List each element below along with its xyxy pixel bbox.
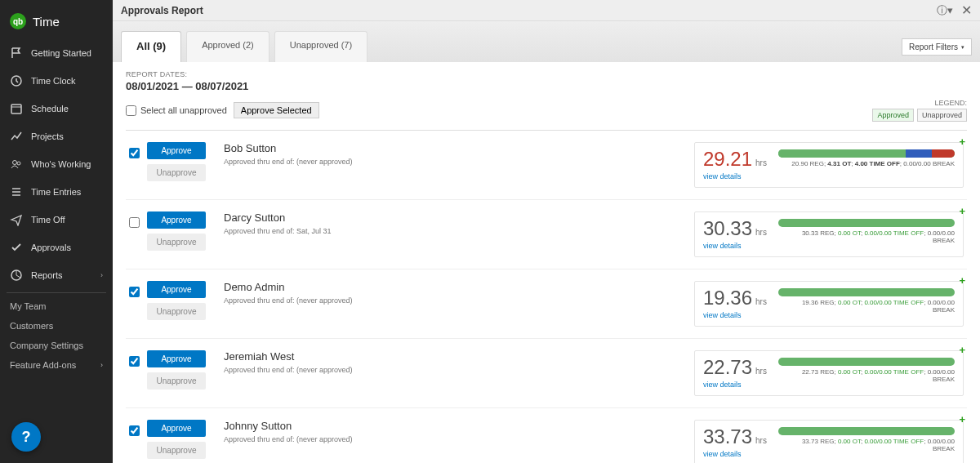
add-icon[interactable]: + <box>959 205 965 217</box>
hours-bar <box>778 288 955 296</box>
brand-logo-icon: qb <box>10 13 26 29</box>
unapprove-button[interactable]: Unapprove <box>147 234 206 251</box>
flag-icon <box>10 47 23 60</box>
row-checkbox[interactable] <box>129 217 140 228</box>
report-filters-button[interactable]: Report Filters▾ <box>902 38 972 56</box>
trend-icon <box>10 130 23 143</box>
add-icon[interactable]: + <box>959 274 965 287</box>
approval-status: Approved thru end of: (never approved) <box>224 158 694 166</box>
total-hours: 30.33 <box>703 217 752 240</box>
sidebar-item-label: Schedule <box>31 104 69 114</box>
titlebar: Approvals Report ⓘ▾ ✕ <box>113 0 980 21</box>
secondary-link-customers[interactable]: Customers <box>0 316 113 336</box>
check-icon <box>10 241 23 254</box>
hours-breakdown: 22.73 REG; 0.00 OT; 0.00/0.00 TIME OFF; … <box>778 368 955 383</box>
approval-row: ApproveUnapproveJeremiah WestApproved th… <box>126 339 967 408</box>
sidebar-item-label: Approvals <box>31 243 71 252</box>
total-hours: 19.36 <box>703 287 752 309</box>
person-name: Jeremiah West <box>224 350 694 363</box>
hours-bar <box>778 149 955 158</box>
approve-selected-button[interactable]: Approve Selected <box>234 102 319 118</box>
main-panel: Approvals Report ⓘ▾ ✕ All (9)Approved (2… <box>113 0 980 463</box>
hours-summary: 29.21hrsview details20.90 REG; 4.31 OT; … <box>694 142 964 188</box>
close-icon[interactable]: ✕ <box>961 2 972 18</box>
unapprove-button[interactable]: Unapprove <box>147 164 206 181</box>
secondary-link-my-team[interactable]: My Team <box>0 296 113 316</box>
person-name: Darcy Sutton <box>224 211 694 224</box>
sidebar-separator <box>7 292 106 293</box>
approve-button[interactable]: Approve <box>147 420 206 437</box>
total-hours: 29.21 <box>703 148 752 171</box>
approve-button[interactable]: Approve <box>147 211 206 229</box>
person-name: Bob Sutton <box>224 142 694 154</box>
tab-unapproved[interactable]: Unapproved (7) <box>274 31 368 62</box>
tab-all[interactable]: All (9) <box>121 31 181 62</box>
chevron-down-icon: ▾ <box>961 44 964 51</box>
hours-summary: 22.73hrsview details22.73 REG; 0.00 OT; … <box>694 350 964 396</box>
chevron-right-icon: › <box>100 271 103 279</box>
report-dates-label: REPORT DATES: <box>126 70 967 78</box>
row-checkbox[interactable] <box>129 148 140 158</box>
legend-unapproved: Unapproved <box>917 109 967 122</box>
sidebar-item-time-clock[interactable]: Time Clock <box>0 67 113 95</box>
secondary-link-feature-add-ons[interactable]: Feature Add-ons› <box>0 355 113 375</box>
help-fab-button[interactable]: ? <box>11 422 41 452</box>
tab-approved[interactable]: Approved (2) <box>186 31 270 62</box>
approval-rows: ApproveUnapproveBob SuttonApproved thru … <box>126 131 967 463</box>
approve-button[interactable]: Approve <box>147 142 206 159</box>
unapprove-button[interactable]: Unapprove <box>147 372 206 390</box>
people-icon <box>10 158 23 171</box>
add-icon[interactable]: + <box>959 136 965 148</box>
view-details-link[interactable]: view details <box>703 311 767 319</box>
add-icon[interactable]: + <box>959 413 965 425</box>
row-checkbox[interactable] <box>129 425 140 436</box>
select-all-unapproved-checkbox[interactable]: Select all unapproved <box>126 105 227 116</box>
unapprove-button[interactable]: Unapprove <box>147 442 206 459</box>
sidebar-item-projects[interactable]: Projects <box>0 122 113 150</box>
hours-bar <box>778 427 955 435</box>
sidebar-item-label: Time Off <box>31 215 65 225</box>
view-details-link[interactable]: view details <box>703 242 767 250</box>
plane-icon <box>10 213 23 226</box>
hours-summary: 30.33hrsview details30.33 REG; 0.00 OT; … <box>694 211 964 257</box>
row-checkbox[interactable] <box>129 356 140 367</box>
hours-bar <box>778 358 955 366</box>
view-details-link[interactable]: view details <box>703 381 767 389</box>
sidebar-item-label: Getting Started <box>31 48 91 58</box>
sidebar-item-time-off[interactable]: Time Off <box>0 206 113 234</box>
sidebar-item-label: Projects <box>31 131 64 141</box>
sidebar-item-approvals[interactable]: Approvals <box>0 234 113 261</box>
sidebar-item-who-s-working[interactable]: Who's Working <box>0 150 113 178</box>
total-hours: 22.73 <box>703 356 752 379</box>
primary-nav: Getting StartedTime ClockScheduleProject… <box>0 39 113 289</box>
legend: LEGEND: Approved Unapproved <box>872 99 967 122</box>
approve-button[interactable]: Approve <box>147 281 206 298</box>
report-dates-value: 08/01/2021 — 08/07/2021 <box>126 80 967 92</box>
toolbar: All (9)Approved (2)Unapproved (7) Report… <box>113 21 980 62</box>
sidebar-item-getting-started[interactable]: Getting Started <box>0 39 113 67</box>
hours-summary: 33.73hrsview details33.73 REG; 0.00 OT; … <box>694 420 964 463</box>
view-details-link[interactable]: view details <box>703 450 767 458</box>
list-icon <box>10 185 23 198</box>
content: REPORT DATES: 08/01/2021 — 08/07/2021 Se… <box>113 62 980 463</box>
help-icon[interactable]: ⓘ▾ <box>937 3 953 18</box>
chevron-right-icon: › <box>100 361 103 369</box>
row-checkbox[interactable] <box>129 287 140 297</box>
sidebar-item-time-entries[interactable]: Time Entries <box>0 178 113 206</box>
add-icon[interactable]: + <box>959 344 965 356</box>
secondary-link-company-settings[interactable]: Company Settings <box>0 336 113 355</box>
hours-summary: 19.36hrsview details19.36 REG; 0.00 OT; … <box>694 281 964 327</box>
brand: qb Time <box>0 0 113 39</box>
unapprove-button[interactable]: Unapprove <box>147 303 206 320</box>
approval-status: Approved thru end of: Sat, Jul 31 <box>224 227 694 235</box>
page-title: Approvals Report <box>121 5 203 16</box>
sidebar: qb Time Getting StartedTime ClockSchedul… <box>0 0 113 463</box>
sidebar-item-label: Time Entries <box>31 187 81 197</box>
sidebar-item-reports[interactable]: Reports› <box>0 261 113 289</box>
approve-button[interactable]: Approve <box>147 350 206 367</box>
sidebar-item-schedule[interactable]: Schedule <box>0 95 113 122</box>
person-name: Demo Admin <box>224 281 694 293</box>
view-details-link[interactable]: view details <box>703 172 767 180</box>
hours-bar <box>778 219 955 227</box>
approval-row: ApproveUnapproveDarcy SuttonApproved thr… <box>126 200 967 269</box>
